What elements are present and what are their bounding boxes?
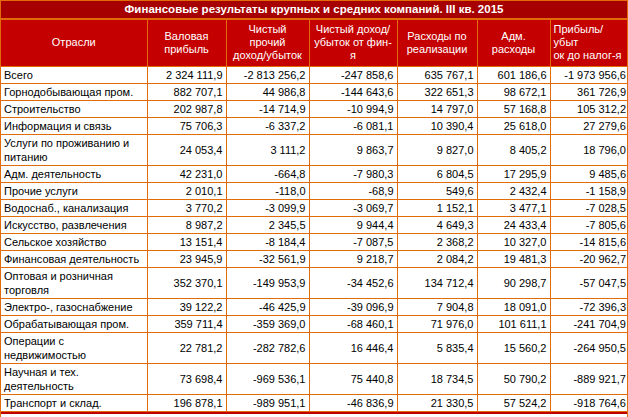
value-cell: -57 047,5 <box>550 267 628 298</box>
value-cell: 4 649,3 <box>397 216 477 233</box>
column-header-6: Прибыль/убыт ок до налог-я <box>550 20 628 66</box>
value-cell: -3 069,7 <box>309 199 397 216</box>
value-cell: -1 973 956,6 <box>550 66 628 83</box>
row-label: Водоснаб., канализация <box>1 199 147 216</box>
column-header-2: Чистый прочий доход/убыток <box>226 20 309 66</box>
row-label: Обрабатывающая пром. <box>1 315 147 332</box>
column-header-0: Отрасли <box>1 20 147 66</box>
value-cell: 3 111,2 <box>226 134 309 165</box>
table-row: Научная и тех. деятельность73 698,4-969 … <box>1 363 628 394</box>
value-cell: 9 863,7 <box>309 134 397 165</box>
table-row: Строительство202 987,8-14 714,9-10 994,9… <box>1 100 628 117</box>
value-cell: 352 370,1 <box>147 267 226 298</box>
value-cell: 90 298,7 <box>477 267 550 298</box>
value-cell: -1 158,9 <box>550 182 628 199</box>
value-cell: -8 184,4 <box>226 233 309 250</box>
row-label: Всего <box>1 66 147 83</box>
value-cell: 75 706,3 <box>147 117 226 134</box>
row-label: Искусство, развлечения <box>1 216 147 233</box>
value-cell: 635 767,1 <box>397 66 477 83</box>
row-label: Услуги по проживанию и питанию <box>1 134 147 165</box>
value-cell: 7 904,8 <box>397 298 477 315</box>
table-row: Оптовая и розничная торговля352 370,1-14… <box>1 267 628 298</box>
value-cell: 8 405,2 <box>477 134 550 165</box>
value-cell: -282 782,6 <box>226 332 309 363</box>
value-cell: 16 446,4 <box>309 332 397 363</box>
value-cell: 9 485,6 <box>550 165 628 182</box>
value-cell: -3 099,9 <box>226 199 309 216</box>
value-cell: 2 010,1 <box>147 182 226 199</box>
value-cell: -7 805,6 <box>550 216 628 233</box>
value-cell: -10 994,9 <box>309 100 397 117</box>
row-label: Горнодобывающая пром. <box>1 83 147 100</box>
value-cell: -7 980,3 <box>309 165 397 182</box>
value-cell: -68,9 <box>309 182 397 199</box>
table-header: ОтраслиВаловая прибыльЧистый прочий дохо… <box>1 20 628 66</box>
value-cell: 18 091,0 <box>477 298 550 315</box>
value-cell: -918 764,6 <box>550 394 628 411</box>
table-title: Финансовые результаты крупных и средних … <box>1 1 627 20</box>
value-cell: 18 796,0 <box>550 134 628 165</box>
value-cell: 57 168,8 <box>477 100 550 117</box>
row-label: Финансовая деятельность <box>1 250 147 267</box>
value-cell: 50 790,2 <box>477 363 550 394</box>
value-cell: 98 672,1 <box>477 83 550 100</box>
table-row: Горнодобывающая пром.882 707,144 986,8-1… <box>1 83 628 100</box>
row-label: Транспорт и склад. <box>1 394 147 411</box>
value-cell: 105 312,2 <box>550 100 628 117</box>
value-cell: -6 337,2 <box>226 117 309 134</box>
table-row: Обрабатывающая пром.359 711,4-359 369,0-… <box>1 315 628 332</box>
value-cell: -247 858,6 <box>309 66 397 83</box>
value-cell: 9 218,7 <box>309 250 397 267</box>
value-cell: 202 987,8 <box>147 100 226 117</box>
value-cell: -359 369,0 <box>226 315 309 332</box>
value-cell: 3 477,1 <box>477 199 550 216</box>
value-cell: 361 726,9 <box>550 83 628 100</box>
value-cell: 13 151,4 <box>147 233 226 250</box>
value-cell: 15 560,2 <box>477 332 550 363</box>
value-cell: -149 953,9 <box>226 267 309 298</box>
value-cell: 2 084,2 <box>397 250 477 267</box>
table-row: Адм. деятельность42 231,0-664,8-7 980,36… <box>1 165 628 182</box>
row-label: Строительство <box>1 100 147 117</box>
value-cell: 23 945,9 <box>147 250 226 267</box>
value-cell: 9 827,0 <box>397 134 477 165</box>
row-label: Оптовая и розничная торговля <box>1 267 147 298</box>
value-cell: 24 053,4 <box>147 134 226 165</box>
value-cell: 27 279,6 <box>550 117 628 134</box>
row-label: Электро-, газоснабжение <box>1 298 147 315</box>
row-label: Научная и тех. деятельность <box>1 363 147 394</box>
table-row: Искусство, развлечения8 987,22 345,59 94… <box>1 216 628 233</box>
row-label: Сельское хозяйство <box>1 233 147 250</box>
source-note: Расчеты Ranking.kz по данным КС МНЭ РК <box>1 412 627 417</box>
value-cell: -39 096,9 <box>309 298 397 315</box>
value-cell: 42 231,0 <box>147 165 226 182</box>
column-header-1: Валовая прибыль <box>147 20 226 66</box>
value-cell: -68 460,1 <box>309 315 397 332</box>
table-row: Транспорт и склад.196 878,1-989 951,1-46… <box>1 394 628 411</box>
value-cell: -241 704,9 <box>550 315 628 332</box>
table-row: Финансовая деятельность23 945,9-32 561,9… <box>1 250 628 267</box>
value-cell: -34 452,6 <box>309 267 397 298</box>
value-cell: 601 186,6 <box>477 66 550 83</box>
value-cell: 21 330,5 <box>397 394 477 411</box>
value-cell: -20 962,7 <box>550 250 628 267</box>
table-row: Электро-, газоснабжение39 122,2-46 425,9… <box>1 298 628 315</box>
value-cell: 8 987,2 <box>147 216 226 233</box>
value-cell: 10 390,4 <box>397 117 477 134</box>
row-label: Информация и связь <box>1 117 147 134</box>
value-cell: 44 986,8 <box>226 83 309 100</box>
header-row: ОтраслиВаловая прибыльЧистый прочий дохо… <box>1 20 628 66</box>
value-cell: 6 804,5 <box>397 165 477 182</box>
value-cell: 549,6 <box>397 182 477 199</box>
value-cell: 5 835,4 <box>397 332 477 363</box>
value-cell: 19 481,3 <box>477 250 550 267</box>
value-cell: 3 770,2 <box>147 199 226 216</box>
value-cell: 22 781,2 <box>147 332 226 363</box>
column-header-3: Чистый доход/ убыток от фин-я <box>309 20 397 66</box>
table-row: Сельское хозяйство13 151,4-8 184,4-7 087… <box>1 233 628 250</box>
value-cell: -2 813 256,2 <box>226 66 309 83</box>
value-cell: 9 944,4 <box>309 216 397 233</box>
value-cell: 71 976,0 <box>397 315 477 332</box>
value-cell: -969 536,1 <box>226 363 309 394</box>
